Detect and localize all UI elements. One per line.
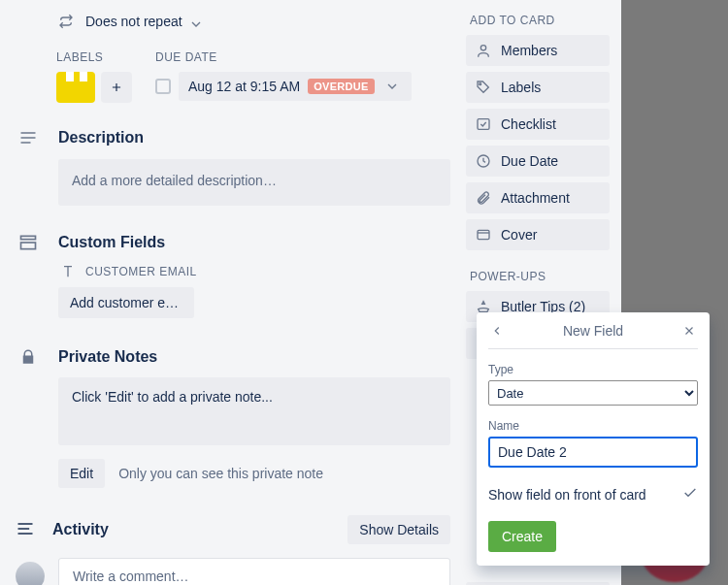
sidebar-item-label: Due Date bbox=[501, 153, 558, 169]
labels-due-row: LABELS DUE DATE Aug 12 at 9:15 AM OVERDU… bbox=[56, 50, 450, 103]
private-notes-section: Private Notes Click 'Edit' to add a priv… bbox=[16, 348, 450, 488]
repeat-icon bbox=[56, 14, 76, 29]
description-icon bbox=[16, 128, 41, 147]
new-field-popover: New Field Type Date Name Show field on f… bbox=[477, 312, 710, 566]
chevron-down-icon bbox=[382, 79, 402, 94]
private-note-hint: Only you can see this private note bbox=[118, 466, 323, 481]
check-icon bbox=[682, 485, 698, 504]
chevron-down-icon bbox=[188, 16, 198, 26]
person-icon bbox=[476, 43, 491, 58]
popover-title: New Field bbox=[563, 323, 623, 339]
clock-icon bbox=[476, 153, 491, 169]
sidebar-item-label: Members bbox=[501, 43, 557, 58]
svg-point-3 bbox=[480, 83, 481, 85]
create-field-button[interactable]: Create bbox=[488, 521, 556, 552]
overdue-badge: OVERDUE bbox=[308, 79, 375, 94]
due-date-checkbox[interactable] bbox=[155, 79, 171, 94]
add-label-button[interactable] bbox=[101, 72, 132, 103]
repeat-row[interactable]: Does not repeat bbox=[56, 14, 450, 29]
labels-header: LABELS bbox=[56, 50, 132, 64]
private-note-panel[interactable]: Click 'Edit' to add a private note... bbox=[58, 377, 450, 445]
comment-input[interactable]: Write a comment… bbox=[58, 558, 450, 585]
sidebar-item-checklist[interactable]: Checklist bbox=[466, 109, 610, 140]
repeat-label: Does not repeat bbox=[85, 14, 198, 29]
field-name-label: Name bbox=[488, 419, 698, 433]
field-type-label: Type bbox=[488, 363, 698, 376]
show-on-front-toggle[interactable]: Show field on front of card bbox=[488, 485, 698, 504]
field-name-input[interactable] bbox=[488, 437, 698, 468]
activity-icon bbox=[16, 519, 35, 541]
custom-fields-title: Custom Fields bbox=[58, 234, 165, 251]
due-date-header: DUE DATE bbox=[155, 50, 412, 64]
card-main-column: Does not repeat LABELS DUE DATE bbox=[0, 0, 466, 585]
custom-fields-section: Custom Fields CUSTOMER EMAIL Add custome… bbox=[16, 233, 450, 321]
svg-rect-6 bbox=[478, 230, 489, 239]
sidebar-item-label: Labels bbox=[501, 80, 541, 95]
paperclip-icon bbox=[476, 190, 491, 206]
svg-rect-0 bbox=[21, 236, 36, 239]
due-date-button[interactable]: Aug 12 at 9:15 AM OVERDUE bbox=[179, 72, 412, 101]
due-date-block: DUE DATE Aug 12 at 9:15 AM OVERDUE bbox=[155, 50, 412, 101]
svg-rect-1 bbox=[21, 243, 36, 249]
cover-icon bbox=[476, 227, 491, 243]
custom-field-name: CUSTOMER EMAIL bbox=[58, 264, 450, 279]
add-to-card-header: ADD TO CARD bbox=[470, 14, 610, 27]
tag-icon bbox=[476, 80, 491, 95]
text-field-icon bbox=[58, 264, 78, 279]
comment-placeholder-text: Write a comment… bbox=[73, 569, 189, 584]
description-section: Description Add a more detailed descript… bbox=[16, 128, 450, 206]
svg-point-2 bbox=[480, 46, 485, 50]
due-date-text: Aug 12 at 9:15 AM bbox=[188, 79, 300, 94]
popover-close-button[interactable] bbox=[677, 312, 702, 349]
activity-title: Activity bbox=[52, 521, 109, 538]
show-on-front-label: Show field on front of card bbox=[488, 487, 646, 503]
label-chip-yellow[interactable] bbox=[56, 72, 95, 103]
sidebar-item-label: Checklist bbox=[501, 116, 556, 132]
checklist-icon bbox=[476, 116, 491, 132]
custom-field-value-button[interactable]: Add customer em… bbox=[58, 287, 194, 318]
sidebar-item-cover[interactable]: Cover bbox=[466, 219, 610, 250]
sidebar-item-members[interactable]: Members bbox=[466, 35, 610, 66]
powerups-header: POWER-UPS bbox=[470, 270, 610, 283]
labels-block: LABELS bbox=[56, 50, 132, 103]
field-type-select[interactable]: Date bbox=[488, 380, 698, 406]
show-details-button[interactable]: Show Details bbox=[347, 515, 450, 544]
description-title: Description bbox=[58, 129, 144, 146]
activity-section: Activity Show Details Write a comment… bbox=[16, 515, 450, 585]
sidebar-item-label: Cover bbox=[501, 227, 537, 243]
sidebar-item-label: Attachment bbox=[501, 190, 570, 206]
popover-back-button[interactable] bbox=[484, 312, 510, 349]
svg-rect-4 bbox=[478, 119, 489, 130]
sidebar-item-labels[interactable]: Labels bbox=[466, 72, 610, 103]
description-placeholder[interactable]: Add a more detailed description… bbox=[58, 159, 450, 206]
sidebar-item-due-date[interactable]: Due Date bbox=[466, 146, 610, 177]
edit-private-note-button[interactable]: Edit bbox=[58, 459, 105, 488]
avatar[interactable] bbox=[16, 562, 45, 585]
custom-fields-icon bbox=[16, 233, 41, 252]
private-notes-title: Private Notes bbox=[58, 348, 157, 366]
lock-icon bbox=[16, 348, 41, 366]
sidebar-item-attachment[interactable]: Attachment bbox=[466, 182, 610, 213]
